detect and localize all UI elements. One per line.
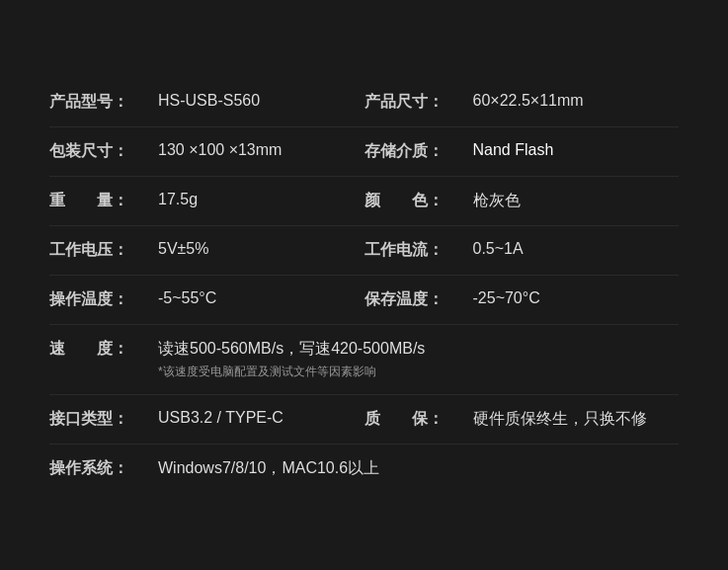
spec-value: -25~70°C <box>473 289 540 306</box>
spec-col: 颜 色：枪灰色 <box>364 191 680 211</box>
spec-col: 操作温度：-5~55°C <box>49 289 364 310</box>
spec-value-wrap: HS-USB-S560 <box>158 92 260 110</box>
spec-value-wrap: 枪灰色 <box>473 191 521 211</box>
spec-label: 产品型号： <box>49 92 158 113</box>
spec-label: 工作电压： <box>49 240 158 261</box>
spec-value: 0.5~1A <box>473 240 524 257</box>
spec-value-wrap: 17.5g <box>158 191 198 208</box>
spec-label: 保存温度： <box>364 289 473 310</box>
spec-col: 工作电压：5V±5% <box>49 240 364 261</box>
row-model-size: 产品型号：HS-USB-S560产品尺寸：60×22.5×11mm <box>49 78 679 127</box>
spec-value: Windows7/8/10，MAC10.6以上 <box>158 459 379 476</box>
spec-col: 包装尺寸：130 ×100 ×13mm <box>49 141 364 162</box>
spec-col: 工作电流：0.5~1A <box>364 240 680 261</box>
spec-value: USB3.2 / TYPE-C <box>158 409 283 426</box>
spec-value-wrap: USB3.2 / TYPE-C <box>158 409 283 427</box>
spec-value-wrap: 读速500-560MB/s，写速420-500MB/s*该速度受电脑配置及测试文… <box>158 339 425 380</box>
spec-value-wrap: 5V±5% <box>158 240 208 258</box>
spec-label: 接口类型： <box>49 409 158 430</box>
row-package-storage: 包装尺寸：130 ×100 ×13mm存储介质：Nand Flash <box>49 127 679 177</box>
spec-label: 操作系统： <box>49 458 158 479</box>
spec-value: 17.5g <box>158 191 198 207</box>
spec-label: 产品尺寸： <box>364 92 473 113</box>
spec-note: *该速度受电脑配置及测试文件等因素影响 <box>158 364 425 380</box>
spec-value-wrap: 硬件质保终生，只换不修 <box>473 409 647 430</box>
spec-col: 重 量：17.5g <box>49 191 364 211</box>
spec-col: 操作系统：Windows7/8/10，MAC10.6以上 <box>49 458 679 479</box>
spec-label: 质 保： <box>364 409 473 430</box>
spec-label: 速 度： <box>49 339 158 360</box>
spec-label: 工作电流： <box>364 240 473 261</box>
spec-value-wrap: 130 ×100 ×13mm <box>158 141 282 159</box>
row-os: 操作系统：Windows7/8/10，MAC10.6以上 <box>49 445 679 493</box>
spec-value-wrap: Nand Flash <box>473 141 554 159</box>
spec-label: 颜 色： <box>364 191 473 211</box>
spec-value-wrap: 0.5~1A <box>473 240 524 258</box>
spec-col: 保存温度：-25~70°C <box>364 289 680 310</box>
spec-value: 5V±5% <box>158 240 208 257</box>
spec-col: 速 度：读速500-560MB/s，写速420-500MB/s*该速度受电脑配置… <box>49 339 679 380</box>
row-voltage-current: 工作电压：5V±5%工作电流：0.5~1A <box>49 226 679 276</box>
spec-label: 操作温度： <box>49 289 158 310</box>
spec-col: 产品尺寸：60×22.5×11mm <box>364 92 680 113</box>
spec-value: HS-USB-S560 <box>158 92 260 109</box>
spec-label: 重 量： <box>49 191 158 211</box>
spec-value: 130 ×100 ×13mm <box>158 141 282 158</box>
row-interface-warranty: 接口类型：USB3.2 / TYPE-C质 保：硬件质保终生，只换不修 <box>49 395 679 445</box>
spec-col: 产品型号：HS-USB-S560 <box>49 92 364 113</box>
spec-value: 硬件质保终生，只换不修 <box>473 410 647 427</box>
spec-value: 读速500-560MB/s，写速420-500MB/s <box>158 340 425 357</box>
specs-table: 产品型号：HS-USB-S560产品尺寸：60×22.5×11mm包装尺寸：13… <box>0 58 728 513</box>
spec-label: 存储介质： <box>364 141 473 162</box>
spec-value: Nand Flash <box>473 141 554 158</box>
spec-value-wrap: -25~70°C <box>473 289 540 307</box>
spec-value: 枪灰色 <box>473 192 521 208</box>
spec-value-wrap: -5~55°C <box>158 289 216 307</box>
spec-value: -5~55°C <box>158 289 216 306</box>
spec-value: 60×22.5×11mm <box>473 92 584 109</box>
row-speed: 速 度：读速500-560MB/s，写速420-500MB/s*该速度受电脑配置… <box>49 325 679 395</box>
spec-value-wrap: 60×22.5×11mm <box>473 92 584 110</box>
spec-label: 包装尺寸： <box>49 141 158 162</box>
row-op-temp-storage-temp: 操作温度：-5~55°C保存温度：-25~70°C <box>49 276 679 325</box>
spec-col: 接口类型：USB3.2 / TYPE-C <box>49 409 364 430</box>
spec-value-wrap: Windows7/8/10，MAC10.6以上 <box>158 458 379 479</box>
row-weight-color: 重 量：17.5g颜 色：枪灰色 <box>49 177 679 226</box>
spec-col: 存储介质：Nand Flash <box>364 141 680 162</box>
spec-col: 质 保：硬件质保终生，只换不修 <box>364 409 680 430</box>
